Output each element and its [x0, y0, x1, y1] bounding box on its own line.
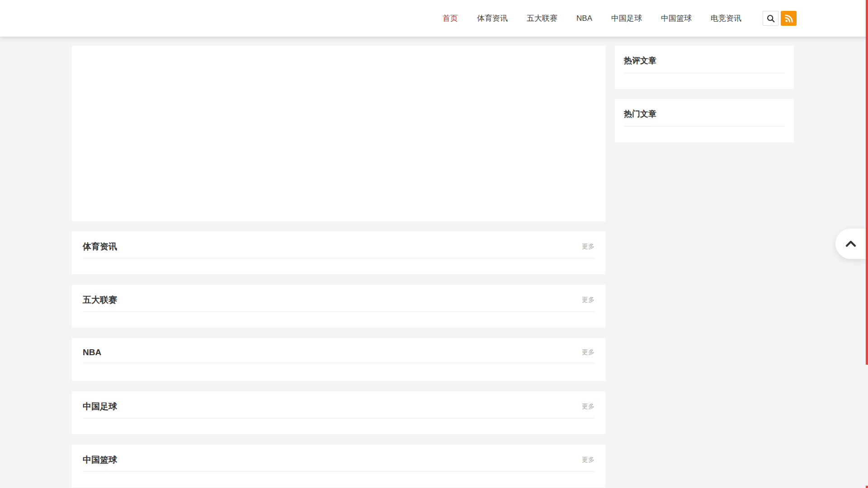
more-link[interactable]: 更多 — [582, 296, 594, 304]
widget-list: 热评文章 热门文章 — [615, 46, 794, 142]
section-title: 体育资讯 — [83, 241, 117, 253]
section-header: NBA 更多 — [83, 338, 594, 357]
section-title: 五大联赛 — [83, 294, 117, 306]
sidebar-widget-card: 热评文章 — [615, 46, 794, 89]
category-section-card: 中国篮球 更多 — [72, 445, 605, 488]
section-header: 五大联赛 更多 — [83, 285, 594, 306]
more-link[interactable]: 更多 — [582, 243, 594, 251]
main-content: 体育资讯 更多 五大联赛 更多 NBA 更多 中国足球 更多 中国篮球 更多 — [72, 46, 605, 488]
more-link[interactable]: 更多 — [582, 348, 594, 357]
category-section-card: NBA 更多 — [72, 338, 605, 381]
sidebar-widget-card: 热门文章 — [615, 99, 794, 142]
section-title: NBA — [83, 347, 101, 357]
section-title: 中国篮球 — [83, 454, 117, 466]
category-section-card: 体育资讯 更多 — [72, 231, 605, 274]
section-header: 中国足球 更多 — [83, 391, 594, 413]
hero-slider-area — [72, 46, 605, 221]
right-edge-accent-line — [866, 0, 868, 365]
nav-item-中国篮球[interactable]: 中国篮球 — [661, 13, 692, 23]
section-divider — [83, 471, 594, 472]
widget-divider — [624, 73, 785, 73]
section-divider — [83, 363, 594, 363]
category-section-card: 五大联赛 更多 — [72, 285, 605, 328]
widget-title: 热门文章 — [624, 99, 785, 119]
section-header: 体育资讯 更多 — [83, 231, 594, 253]
widget-title: 热评文章 — [624, 46, 785, 66]
site-header: 首页 体育资讯 五大联赛 NBA 中国足球 中国篮球 电竞资讯 — [0, 0, 868, 37]
section-list: 体育资讯 更多 五大联赛 更多 NBA 更多 中国足球 更多 中国篮球 更多 — [72, 231, 605, 488]
more-link[interactable]: 更多 — [582, 403, 594, 411]
right-edge-accent-line-bottom — [866, 486, 868, 488]
rss-icon — [784, 14, 793, 23]
more-link[interactable]: 更多 — [582, 456, 594, 464]
category-section-card: 中国足球 更多 — [72, 391, 605, 434]
chevron-up-icon — [845, 240, 856, 247]
widget-divider — [624, 126, 785, 127]
search-icon — [766, 14, 775, 23]
nav-item-中国足球[interactable]: 中国足球 — [611, 13, 642, 23]
section-divider — [83, 311, 594, 312]
back-to-top-button[interactable] — [835, 229, 866, 259]
section-title: 中国足球 — [83, 401, 117, 413]
nav-item-NBA[interactable]: NBA — [576, 14, 592, 23]
sidebar: 热评文章 热门文章 — [615, 46, 794, 152]
main-nav: 首页 体育资讯 五大联赛 NBA 中国足球 中国篮球 电竞资讯 — [433, 13, 751, 23]
section-divider — [83, 418, 594, 418]
nav-item-体育资讯[interactable]: 体育资讯 — [477, 13, 508, 23]
rss-button[interactable] — [781, 11, 797, 26]
nav-item-电竞资讯[interactable]: 电竞资讯 — [711, 13, 741, 23]
section-divider — [83, 258, 594, 258]
nav-item-五大联赛[interactable]: 五大联赛 — [527, 13, 557, 23]
search-button[interactable] — [763, 11, 778, 26]
nav-item-首页[interactable]: 首页 — [443, 13, 458, 23]
section-header: 中国篮球 更多 — [83, 445, 594, 466]
